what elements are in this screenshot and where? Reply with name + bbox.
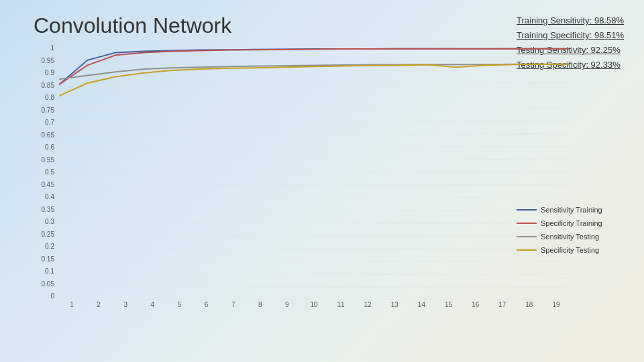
chart-svg [59, 45, 569, 300]
legend-line-specificity-training [517, 223, 537, 224]
legend-line-sensitivity-testing [517, 236, 537, 237]
legend-item-specificity-training: Specificity Training [517, 219, 610, 227]
legend-label-specificity-training: Specificity Training [541, 219, 602, 227]
stat-training-sensitivity: Training Sensitivity: 98.58% [517, 13, 624, 28]
legend-item-sensitivity-testing: Sensitivity Testing [517, 233, 610, 241]
chart-area: 1 0.95 0.9 0.85 0.8 0.75 0.7 0.65 0.6 0.… [27, 45, 610, 326]
legend-line-sensitivity-training [517, 209, 537, 210]
page: Convolution Network Training Sensitivity… [0, 0, 644, 362]
legend-label-specificity-testing: Specificity Testing [541, 246, 599, 254]
legend-label-sensitivity-training: Sensitivity Training [541, 206, 602, 214]
stat-training-specificity: Training Specificity: 98.51% [517, 28, 624, 43]
chart-inner [59, 45, 569, 300]
legend-label-sensitivity-testing: Sensitivity Testing [541, 233, 599, 241]
legend-item-sensitivity-training: Sensitivity Training [517, 206, 610, 214]
legend-line-specificity-testing [517, 249, 537, 251]
chart-legend: Sensitivity Training Specificity Trainin… [517, 206, 610, 259]
y-axis: 1 0.95 0.9 0.85 0.8 0.75 0.7 0.65 0.6 0.… [27, 45, 57, 300]
legend-item-specificity-testing: Specificity Testing [517, 246, 610, 254]
x-axis: 1 2 3 4 5 6 7 8 9 10 11 12 13 14 15 16 1… [59, 301, 569, 308]
